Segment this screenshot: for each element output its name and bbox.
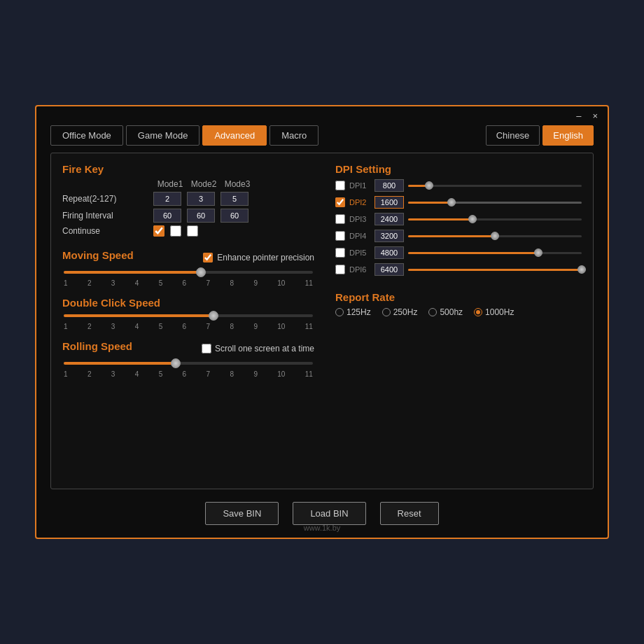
scroll-one-screen-checkbox[interactable] <box>202 344 211 354</box>
dpi3-row: DPI3 <box>335 213 582 225</box>
dpi1-label: DPI1 <box>349 181 370 190</box>
dpi-section: DPI Setting DPI1 <box>335 163 582 280</box>
repeat-row: Repeat(2-127) <box>62 192 314 206</box>
report-125hz[interactable]: 125Hz <box>335 307 371 317</box>
dpi1-checkbox[interactable] <box>335 181 345 190</box>
close-button[interactable]: × <box>589 111 601 121</box>
continuse-label: Continuse <box>62 226 153 236</box>
fire-key-title: Fire Key <box>62 163 314 175</box>
dpi5-row: DPI5 <box>335 246 582 259</box>
load-bin-button[interactable]: Load BIN <box>293 502 365 525</box>
right-panel: DPI Setting DPI1 <box>335 163 582 479</box>
dpi3-checkbox[interactable] <box>335 214 345 224</box>
dpi2-row: DPI2 <box>335 196 582 209</box>
tab-office-mode[interactable]: Office Mode <box>50 125 123 146</box>
settings-panel: Fire Key Mode1 Mode2 Mode3 Repeat(2-127)… <box>50 153 594 489</box>
main-window: – × Office Mode Game Mode Advanced Macro… <box>35 105 609 539</box>
dpi2-label: DPI2 <box>349 198 370 206</box>
dpi6-row: DPI6 <box>335 263 582 276</box>
left-panel: Fire Key Mode1 Mode2 Mode3 Repeat(2-127)… <box>62 163 314 479</box>
dpi5-value[interactable] <box>374 246 404 259</box>
double-click-title: Double Click Speed <box>62 297 314 309</box>
dpi5-checkbox[interactable] <box>335 248 345 258</box>
dpi-title: DPI Setting <box>335 163 582 175</box>
website-label: www.1k.by <box>304 524 341 532</box>
report-250hz-label: 250Hz <box>393 307 418 317</box>
rolling-speed-slider[interactable]: 1234567891011 <box>62 362 314 378</box>
report-500hz-label: 500hz <box>440 307 463 317</box>
moving-speed-slider[interactable]: 1234567891011 <box>62 271 314 287</box>
dpi3-value[interactable] <box>374 213 404 225</box>
dpi4-value[interactable] <box>374 230 404 242</box>
continuse-mode3-checkbox[interactable] <box>187 225 198 237</box>
report-125hz-label: 125Hz <box>346 307 371 317</box>
moving-speed-section: Moving Speed Enhance pointer precision 1 <box>62 249 314 287</box>
col-mode2: Mode2 <box>187 179 220 189</box>
dpi3-label: DPI3 <box>349 215 370 223</box>
dpi4-checkbox[interactable] <box>335 231 345 241</box>
dpi5-slider[interactable] <box>408 246 582 259</box>
repeat-mode1-input[interactable] <box>153 192 181 206</box>
continuse-mode1-checkbox[interactable] <box>153 225 164 237</box>
report-rate-options: 125Hz 250Hz 500hz <box>335 307 582 317</box>
save-bin-button[interactable]: Save BIN <box>205 502 279 525</box>
dpi6-checkbox[interactable] <box>335 265 345 274</box>
dpi2-checkbox[interactable] <box>335 197 345 207</box>
dpi2-slider[interactable] <box>408 196 582 209</box>
radio-500hz <box>428 308 437 316</box>
dpi1-row: DPI1 <box>335 179 582 192</box>
moving-speed-labels: 1234567891011 <box>64 279 313 287</box>
fire-key-section: Fire Key Mode1 Mode2 Mode3 Repeat(2-127)… <box>62 163 314 239</box>
dpi3-slider[interactable] <box>408 213 582 225</box>
dpi1-value[interactable] <box>374 179 404 192</box>
report-250hz[interactable]: 250Hz <box>382 307 418 317</box>
enhance-pointer-checkbox[interactable] <box>203 253 213 262</box>
language-group: Chinese English <box>486 125 594 146</box>
dpi4-slider[interactable] <box>408 230 582 242</box>
reset-button[interactable]: Reset <box>380 502 439 525</box>
interval-mode2-input[interactable] <box>187 209 215 223</box>
minimize-button[interactable]: – <box>573 111 584 121</box>
firing-interval-row: Firing Interval <box>62 209 314 223</box>
report-rate-title: Report Rate <box>335 291 582 303</box>
dpi4-label: DPI4 <box>349 232 370 240</box>
report-1000hz-label: 1000Hz <box>485 307 514 317</box>
col-mode3: Mode3 <box>220 179 254 189</box>
double-click-slider[interactable]: 1234567891011 <box>62 314 314 330</box>
interval-mode3-input[interactable] <box>220 209 248 223</box>
scroll-one-screen-label: Scroll one screen at a time <box>215 344 314 354</box>
radio-250hz <box>382 308 391 316</box>
dpi5-label: DPI5 <box>349 248 370 257</box>
radio-1000hz <box>474 308 482 316</box>
repeat-mode2-input[interactable] <box>187 192 215 206</box>
report-1000hz[interactable]: 1000Hz <box>474 307 514 317</box>
dpi1-slider[interactable] <box>408 179 582 192</box>
double-click-labels: 1234567891011 <box>64 323 313 330</box>
main-content: Fire Key Mode1 Mode2 Mode3 Repeat(2-127)… <box>36 153 608 489</box>
dpi2-value[interactable] <box>374 196 404 209</box>
rolling-speed-title: Rolling Speed <box>62 340 132 352</box>
dpi6-value[interactable] <box>374 263 404 276</box>
rolling-speed-labels: 1234567891011 <box>64 370 313 378</box>
title-bar: – × <box>36 106 608 125</box>
report-rate-section: Report Rate 125Hz 250Hz 500hz <box>335 291 582 317</box>
radio-125hz <box>335 308 344 316</box>
tab-game-mode[interactable]: Game Mode <box>126 125 200 146</box>
repeat-label: Repeat(2-127) <box>62 194 153 204</box>
lang-chinese-button[interactable]: Chinese <box>486 125 540 146</box>
tab-advanced[interactable]: Advanced <box>202 125 267 146</box>
repeat-mode3-input[interactable] <box>220 192 248 206</box>
continuse-row: Continuse <box>62 225 314 237</box>
tab-bar: Office Mode Game Mode Advanced Macro Chi… <box>36 125 608 146</box>
lang-english-button[interactable]: English <box>542 125 594 146</box>
continuse-mode2-checkbox[interactable] <box>170 225 181 237</box>
tab-macro[interactable]: Macro <box>270 125 318 146</box>
dpi6-slider[interactable] <box>408 263 582 276</box>
report-500hz[interactable]: 500hz <box>428 307 463 317</box>
enhance-pointer-label: Enhance pointer precision <box>217 253 314 262</box>
dpi6-label: DPI6 <box>349 265 370 274</box>
dpi4-row: DPI4 <box>335 230 582 242</box>
col-mode1: Mode1 <box>153 179 187 189</box>
rolling-speed-section: Rolling Speed Scroll one screen at a tim… <box>62 340 314 378</box>
interval-mode1-input[interactable] <box>153 209 181 223</box>
